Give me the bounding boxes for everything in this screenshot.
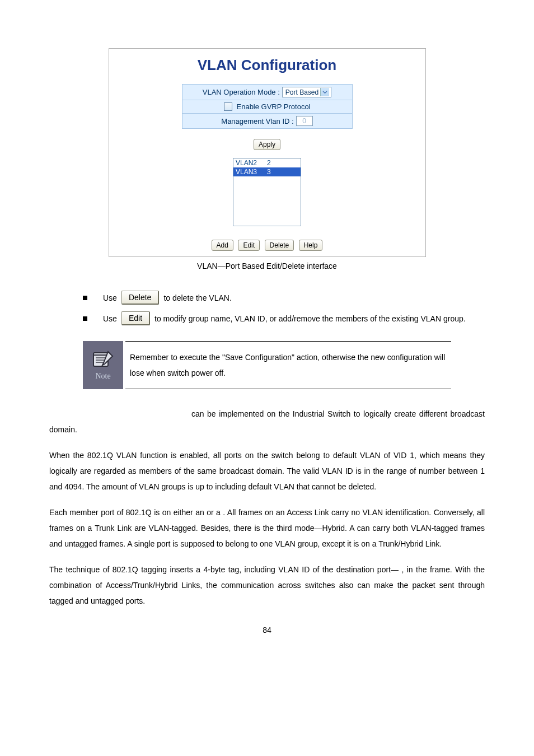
vlan-config-panel: VLAN Configuration VLAN Operation Mode :… xyxy=(109,48,426,257)
body-paragraph: Each member port of 802.1Q is on either … xyxy=(49,505,485,552)
panel-title: VLAN Configuration xyxy=(109,49,425,84)
add-button[interactable]: Add xyxy=(212,240,233,251)
bullet-icon xyxy=(83,296,87,300)
note-label: Note xyxy=(95,372,110,381)
mgmt-vlan-input[interactable]: 0 xyxy=(296,116,313,126)
mgmt-vlan-row: Management Vlan ID : 0 xyxy=(182,113,353,129)
text: Use xyxy=(103,293,117,302)
delete-inline-button: Delete xyxy=(121,291,159,305)
help-button[interactable]: Help xyxy=(299,240,323,251)
note-badge: Note xyxy=(83,341,123,389)
edit-inline-button: Edit xyxy=(121,311,150,325)
list-item[interactable]: VLAN2 2 xyxy=(233,158,301,167)
notepad-icon xyxy=(91,349,115,368)
delete-button[interactable]: Delete xyxy=(265,240,294,251)
vlan-mode-value: Port Based xyxy=(285,88,318,96)
bullet-icon xyxy=(83,316,87,321)
note-text: Remember to execute the "Save Configurat… xyxy=(125,341,451,389)
bullet-delete: Use Delete to delete the VLAN. xyxy=(49,291,485,305)
vlan-listbox[interactable]: VLAN2 2 VLAN3 3 xyxy=(233,158,301,226)
text: to delete the VLAN. xyxy=(163,293,231,302)
mgmt-vlan-label: Management Vlan ID : xyxy=(221,117,293,125)
edit-button[interactable]: Edit xyxy=(238,240,260,251)
apply-button[interactable]: Apply xyxy=(254,139,280,150)
chevron-down-icon[interactable] xyxy=(320,88,329,96)
text: to modify group name, VLAN ID, or add/re… xyxy=(154,314,466,323)
bullet-edit: Use Edit to modify group name, VLAN ID, … xyxy=(49,311,485,325)
body-paragraph: can be implemented on the Industrial Swi… xyxy=(49,406,485,437)
list-item-id: 2 xyxy=(267,159,298,167)
vlan-mode-row: VLAN Operation Mode : Port Based xyxy=(182,84,353,100)
vlan-mode-select[interactable]: Port Based xyxy=(282,87,331,97)
list-item-id: 3 xyxy=(267,168,298,176)
gvrp-label: Enable GVRP Protocol xyxy=(237,102,311,111)
figure-caption: VLAN—Port Based Edit/Delete interface xyxy=(49,262,485,270)
list-item-name: VLAN2 xyxy=(236,159,267,167)
gvrp-row: Enable GVRP Protocol xyxy=(182,100,353,113)
body-paragraph: When the 802.1Q VLAN function is enabled… xyxy=(49,447,485,494)
text: Use xyxy=(103,314,117,323)
page-number: 84 xyxy=(49,626,485,634)
list-item-name: VLAN3 xyxy=(236,168,267,176)
note-block: Note Remember to execute the "Save Confi… xyxy=(83,341,451,389)
body-paragraph: The technique of 802.1Q tagging inserts … xyxy=(49,562,485,609)
gvrp-checkbox[interactable] xyxy=(224,102,232,111)
list-item-selected[interactable]: VLAN3 3 xyxy=(233,167,301,176)
vlan-mode-label: VLAN Operation Mode : xyxy=(203,88,280,96)
settings-group: VLAN Operation Mode : Port Based Enable … xyxy=(182,84,353,129)
